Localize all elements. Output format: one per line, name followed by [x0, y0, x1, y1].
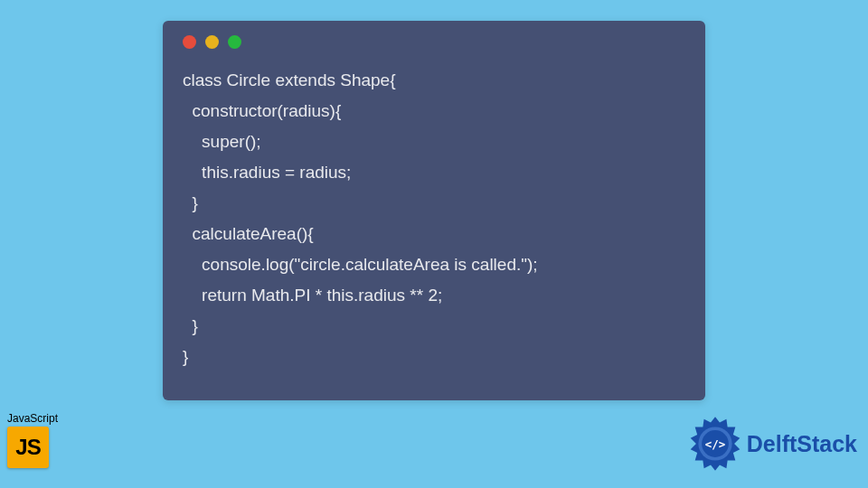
code-window: class Circle extends Shape{ constructor(… [163, 21, 705, 400]
close-icon[interactable] [183, 35, 196, 49]
delftstack-name: DelftStack [747, 431, 857, 457]
minimize-icon[interactable] [205, 35, 219, 49]
delftstack-brand: </> DelftStack [687, 416, 857, 472]
javascript-icon: JS [7, 427, 49, 468]
code-block: class Circle extends Shape{ constructor(… [163, 49, 705, 372]
maximize-icon[interactable] [228, 35, 241, 49]
window-controls [163, 21, 705, 49]
delftstack-gear-icon: </> [687, 416, 743, 472]
javascript-icon-text: JS [15, 435, 40, 460]
javascript-badge: JavaScript JS [7, 412, 58, 468]
javascript-label: JavaScript [7, 412, 58, 425]
svg-text:</>: </> [705, 437, 725, 451]
